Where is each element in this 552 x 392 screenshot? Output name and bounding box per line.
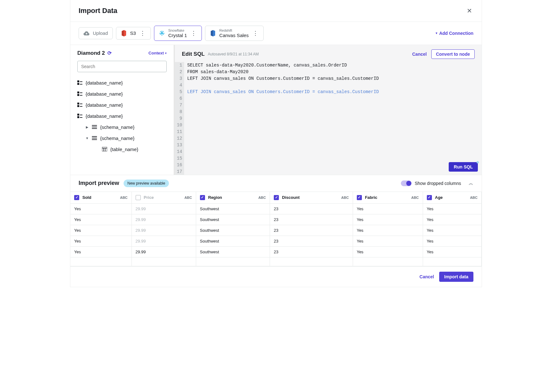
svg-rect-7 bbox=[80, 95, 82, 96]
svg-rect-5 bbox=[80, 92, 82, 93]
table-cell: Yes bbox=[353, 236, 423, 246]
column-header-price[interactable]: ✓Price ABC bbox=[132, 192, 196, 203]
line-number: 2 bbox=[177, 69, 182, 75]
preview-header: Import preview New preview available Sho… bbox=[70, 175, 482, 192]
table-cell: Southwest bbox=[196, 225, 270, 236]
svg-rect-16 bbox=[92, 125, 97, 126]
schema-label: {schema_name} bbox=[100, 136, 134, 141]
import-data-button[interactable]: Import data bbox=[439, 272, 473, 282]
table-cell: Yes bbox=[353, 214, 423, 225]
connection-title: Diamond 2 bbox=[77, 50, 105, 56]
table-cell: Southwest bbox=[196, 246, 270, 257]
editor-cancel-button[interactable]: Cancel bbox=[412, 52, 427, 57]
redshift-menu-button[interactable]: ⋮ bbox=[252, 30, 259, 37]
svg-rect-11 bbox=[80, 106, 82, 107]
svg-rect-1 bbox=[80, 81, 82, 82]
table-cell: 29.99 bbox=[132, 214, 196, 225]
column-name: Discount bbox=[282, 195, 300, 200]
table-item[interactable]: {table_name} bbox=[77, 144, 167, 155]
column-name: Fabric bbox=[365, 195, 377, 200]
table-cell bbox=[353, 257, 423, 266]
sql-code-editor[interactable]: 1234567891011121314151617 SELECT sales-d… bbox=[175, 62, 482, 175]
column-checkbox[interactable]: ✓ bbox=[427, 195, 432, 200]
table-row: Yes29.99Southwest23YesYes bbox=[70, 214, 482, 225]
svg-rect-21 bbox=[92, 139, 97, 140]
column-type: ABC bbox=[184, 196, 192, 199]
redshift-name: Canvas Sales bbox=[219, 33, 249, 38]
svg-rect-12 bbox=[77, 114, 79, 116]
new-preview-badge[interactable]: New preview available bbox=[124, 180, 169, 187]
s3-chip[interactable]: S3 ⋮ bbox=[116, 27, 151, 40]
add-connection-button[interactable]: ▾ Add Connection bbox=[436, 31, 473, 36]
line-number: 7 bbox=[177, 102, 182, 109]
line-number: 8 bbox=[177, 109, 182, 115]
database-item[interactable]: {database_name} bbox=[77, 77, 167, 88]
modal-header: Import Data ✕ bbox=[70, 0, 482, 22]
column-header-discount[interactable]: ✓Discount ABC bbox=[270, 192, 353, 203]
table-cell bbox=[423, 257, 481, 266]
editor-title: Edit SQL bbox=[182, 51, 205, 57]
chevron-down-icon: ▾ bbox=[165, 52, 167, 55]
database-label: {database_name} bbox=[86, 113, 123, 119]
table-cell: Yes bbox=[423, 225, 481, 236]
line-number: 6 bbox=[177, 95, 182, 102]
chevron-down-icon: ▾ bbox=[436, 31, 437, 35]
redshift-chip[interactable]: Redshift Canvas Sales ⋮ bbox=[205, 26, 264, 41]
schema-item[interactable]: ▶ {schema_name} bbox=[77, 122, 167, 133]
column-checkbox[interactable]: ✓ bbox=[136, 195, 141, 200]
column-header-age[interactable]: ✓Age ABC bbox=[423, 192, 481, 203]
svg-rect-22 bbox=[102, 147, 107, 151]
table-row: Yes29.99Southwest23YesYes bbox=[70, 236, 482, 246]
footer-cancel-button[interactable]: Cancel bbox=[420, 274, 434, 279]
convert-to-node-button[interactable]: Convert to node bbox=[431, 49, 475, 59]
column-header-fabric[interactable]: ✓Fabric ABC bbox=[353, 192, 423, 203]
column-name: Age bbox=[435, 195, 443, 200]
svg-rect-13 bbox=[80, 115, 82, 115]
search-input[interactable] bbox=[77, 61, 167, 72]
svg-rect-20 bbox=[92, 138, 97, 138]
schema-item[interactable]: ▼ {schema_name} bbox=[77, 133, 167, 144]
table-cell: 29.99 bbox=[132, 203, 196, 214]
table-cell: 23 bbox=[270, 203, 353, 214]
column-checkbox[interactable]: ✓ bbox=[74, 195, 79, 200]
database-item[interactable]: {database_name} bbox=[77, 88, 167, 99]
snowflake-menu-button[interactable]: ⋮ bbox=[190, 30, 197, 37]
svg-rect-19 bbox=[92, 136, 97, 137]
column-header-sold[interactable]: ✓Sold ABC bbox=[70, 192, 132, 203]
context-button[interactable]: Context ▾ bbox=[149, 51, 167, 55]
s3-menu-button[interactable]: ⋮ bbox=[139, 30, 146, 37]
snowflake-chip[interactable]: Snowflake Crystal 1 ⋮ bbox=[154, 26, 202, 41]
column-checkbox[interactable]: ✓ bbox=[200, 195, 205, 200]
column-name: Region bbox=[208, 195, 222, 200]
column-type: ABC bbox=[120, 196, 128, 199]
database-item[interactable]: {database_name} bbox=[77, 99, 167, 111]
s3-icon bbox=[121, 30, 127, 36]
caret-right-icon: ▶ bbox=[86, 125, 89, 129]
database-icon bbox=[77, 92, 82, 96]
close-button[interactable]: ✕ bbox=[465, 6, 473, 16]
table-cell bbox=[132, 257, 196, 266]
svg-rect-8 bbox=[77, 103, 79, 104]
sidebar: Diamond 2 ⟳ Context ▾ {database_name} bbox=[70, 45, 175, 175]
table-cell: Yes bbox=[353, 203, 423, 214]
show-dropped-toggle[interactable] bbox=[401, 180, 412, 186]
run-sql-button[interactable]: Run SQL bbox=[449, 162, 478, 172]
refresh-button[interactable]: ⟳ bbox=[107, 50, 112, 56]
preview-table: ✓Sold ABC ✓Price ABC ✓Region ABC ✓Discou… bbox=[70, 192, 482, 266]
svg-rect-0 bbox=[77, 80, 79, 82]
table-cell: 23 bbox=[270, 214, 353, 225]
table-row: Yes29.99Southwest23YesYes bbox=[70, 203, 482, 214]
database-item[interactable]: {database_name} bbox=[77, 111, 167, 122]
upload-chip[interactable]: Upload bbox=[79, 27, 113, 39]
line-number: 12 bbox=[177, 135, 182, 142]
table-cell: 23 bbox=[270, 246, 353, 257]
column-header-region[interactable]: ✓Region ABC bbox=[196, 192, 270, 203]
column-checkbox[interactable]: ✓ bbox=[357, 195, 362, 200]
column-checkbox[interactable]: ✓ bbox=[274, 195, 279, 200]
code-line: FROM sales-data-May2020 bbox=[187, 69, 478, 75]
table-cell bbox=[70, 257, 132, 266]
collapse-button[interactable]: ︽ bbox=[469, 180, 473, 186]
table-cell: Yes bbox=[353, 246, 423, 257]
database-icon bbox=[77, 114, 82, 118]
code-content: SELECT sales-data-May2020.CustomerName, … bbox=[184, 62, 482, 175]
